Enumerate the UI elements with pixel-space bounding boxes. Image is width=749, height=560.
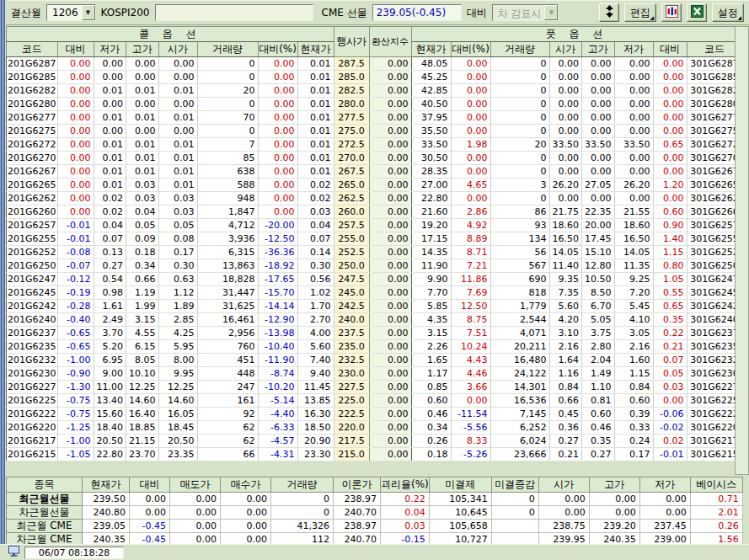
scrollbar-track[interactable]: [735, 26, 749, 475]
call-volume-cell: 13,863: [197, 259, 258, 273]
option-row[interactable]: 201G6240-0.402.493.152.8516,461-12.902.7…: [7, 313, 743, 327]
option-row[interactable]: 201G62670.000.010.010.016380.000.01267.5…: [7, 165, 743, 179]
expand-rows-button[interactable]: [599, 3, 619, 22]
call-low-cell: 0.02: [94, 192, 126, 205]
option-row[interactable]: 201G6255-0.010.070.090.083,936-12.500.07…: [7, 232, 743, 246]
option-row[interactable]: 201G6250-0.070.270.340.3013,863-18.920.3…: [7, 259, 743, 273]
futures-theory-cell: 238.97: [334, 520, 381, 533]
option-row[interactable]: 201G6237-0.653.704.554.252,956-13.984.00…: [7, 327, 743, 340]
put-high-cell: 6.70: [582, 300, 615, 313]
edit-button[interactable]: 편집 ◢: [624, 3, 656, 22]
put-volume-cell: 2,544: [490, 313, 549, 327]
option-row[interactable]: 201G62650.000.010.030.015880.000.02265.0…: [7, 179, 743, 192]
put-low-cell: 5.45: [614, 300, 653, 313]
settings-button[interactable]: 설정 ◢: [712, 3, 744, 22]
option-row[interactable]: 201G6227-1.3011.0012.2512.25247-10.2011.…: [7, 381, 743, 394]
put-price-cell: 0.85: [411, 381, 451, 394]
option-row[interactable]: 201G6225-0.7513.4014.6014.60161-5.1413.8…: [7, 394, 743, 408]
option-row[interactable]: 201G6220-1.2518.4018.8518.4562-6.3318.50…: [7, 421, 743, 435]
put-chg-pct-cell: 8.33: [451, 435, 490, 448]
window-edge: [0, 0, 6, 560]
futures-low-cell: 237.45: [639, 520, 690, 533]
converted-index-cell: 0.00: [369, 381, 411, 394]
put-chg-pct-cell: 7.69: [451, 286, 490, 300]
put-price-cell: 35.50: [411, 125, 451, 138]
index-search-input[interactable]: [155, 4, 313, 21]
call-price-cell: 0.01: [297, 138, 334, 152]
call-high-cell: 3.15: [126, 313, 159, 327]
option-row[interactable]: 201G62700.000.010.010.01850.000.01270.00…: [7, 152, 743, 165]
option-row[interactable]: 201G6242-0.281.611.991.8931,625-14.141.7…: [7, 300, 743, 313]
call-chg-cell: 0.00: [57, 165, 94, 179]
call-code-cell: 201G6275: [7, 125, 58, 138]
option-row[interactable]: 201G6232-1.006.958.058.00451-11.907.4023…: [7, 354, 743, 367]
option-row[interactable]: 201G6217-1.0020.5021.1520.5062-4.5720.90…: [7, 435, 743, 448]
call-chg-pct-cell: -12.90: [258, 313, 297, 327]
option-row[interactable]: 201G6235-0.655.206.155.95760-10.405.6023…: [7, 340, 743, 354]
call-low-cell: 0.98: [94, 286, 126, 300]
option-row[interactable]: 201G6230-0.909.0010.109.95448-8.749.4023…: [7, 367, 743, 381]
converted-index-cell: 0.00: [369, 340, 411, 354]
call-price-cell: 0.01: [297, 71, 334, 84]
call-price-cell: 0.30: [297, 259, 334, 273]
call-high-cell: 10.10: [126, 367, 159, 381]
put-low-cell: 33.50: [614, 138, 653, 152]
strike-cell: 235.0: [334, 340, 369, 354]
strike-column-header: 행사가: [334, 27, 369, 57]
put-chg-pct-cell: 7.51: [451, 327, 490, 340]
option-row[interactable]: 201G6247-0.120.540.660.6318,828-17.650.5…: [7, 273, 743, 286]
settle-month-select[interactable]: 1206 ▼: [46, 4, 96, 21]
excel-export-button[interactable]: [687, 3, 707, 22]
put-low-cell: 0.84: [614, 381, 653, 394]
put-open-cell: 0.36: [549, 421, 582, 435]
call-price-cell: 0.01: [297, 84, 334, 98]
put-chg-cell: 0.65: [653, 138, 687, 152]
futures-row[interactable]: 최근월선물239.500.000.000.000238.970.22105,34…: [7, 493, 743, 506]
call-chg-pct-cell: -11.90: [258, 354, 297, 367]
futures-row[interactable]: 차근월선물240.800.000.000.000240.700.0410,645…: [7, 506, 743, 520]
put-chg-pct-cell: 12.50: [451, 300, 490, 313]
put-high-cell: 17.45: [582, 232, 615, 246]
chart-view-button[interactable]: [661, 3, 682, 22]
call-price-cell: 0.56: [297, 273, 334, 286]
call-open-cell: 1.89: [158, 300, 197, 313]
put-price-cell: 42.85: [411, 84, 451, 98]
put-high-cell: 33.50: [582, 138, 615, 152]
option-row[interactable]: 201G62820.000.010.010.01200.000.01282.50…: [7, 84, 743, 98]
put-high-cell: 0.81: [582, 394, 615, 408]
chevron-down-icon[interactable]: ▼: [82, 5, 95, 20]
call-chg-pct-cell: 0.00: [258, 205, 297, 219]
option-row[interactable]: 201G6215-1.0522.8023.7023.3566-4.3123.30…: [7, 448, 743, 461]
call-chg-cell: -0.40: [57, 313, 94, 327]
option-row[interactable]: 201G62770.000.010.010.01700.000.01277.50…: [7, 111, 743, 125]
option-row[interactable]: 201G62750.000.000.000.0000.000.01275.00.…: [7, 125, 743, 138]
put-chg-cell: 0.00: [653, 165, 687, 179]
option-row[interactable]: 201G62800.000.000.000.0000.000.01280.00.…: [7, 98, 743, 111]
call-code-cell: 201G6280: [7, 98, 58, 111]
option-row[interactable]: 201G62720.000.010.010.0170.000.01272.50.…: [7, 138, 743, 152]
put-price-cell: 27.00: [411, 179, 451, 192]
call-code-cell: 201G6252: [7, 246, 58, 259]
call-chg-pct-cell: -15.70: [258, 286, 297, 300]
option-row[interactable]: 201G6222-0.7515.6016.4016.0592-4.4016.30…: [7, 408, 743, 421]
call-high-cell: 0.00: [126, 71, 159, 84]
call-volume-cell: 161: [197, 394, 258, 408]
strike-cell: 277.5: [334, 111, 369, 125]
option-row[interactable]: 201G62600.000.020.040.031,8470.000.03260…: [7, 205, 743, 219]
call-chg-pct-cell: 0.00: [258, 138, 297, 152]
put-high-cell: 0.00: [582, 84, 615, 98]
option-row[interactable]: 201G62620.000.020.030.039480.000.02262.5…: [7, 192, 743, 205]
option-row[interactable]: 201G6252-0.080.130.180.176,315-36.360.14…: [7, 246, 743, 259]
call-chg-cell: 0.00: [57, 71, 94, 84]
futures-open-cell: 0.00: [538, 493, 589, 506]
call-high-cell: 1.19: [126, 286, 159, 300]
option-row[interactable]: 201G6245-0.190.981.191.1231,447-15.701.0…: [7, 286, 743, 300]
option-row[interactable]: 201G6257-0.010.040.050.054,712-20.000.04…: [7, 219, 743, 232]
futures-column-header-13: 베이시스: [690, 477, 742, 493]
converted-index-cell: 0.00: [369, 232, 411, 246]
futures-row[interactable]: 최근월 CME239.05-0.450.000.0041,326238.970.…: [7, 520, 743, 533]
option-row[interactable]: 201G62850.000.000.000.0000.000.01285.00.…: [7, 71, 743, 84]
call-volume-cell: 92: [197, 408, 258, 421]
converted-index-cell: 0.00: [369, 138, 411, 152]
option-row[interactable]: 201G62870.000.000.000.0000.000.01287.50.…: [7, 57, 743, 71]
